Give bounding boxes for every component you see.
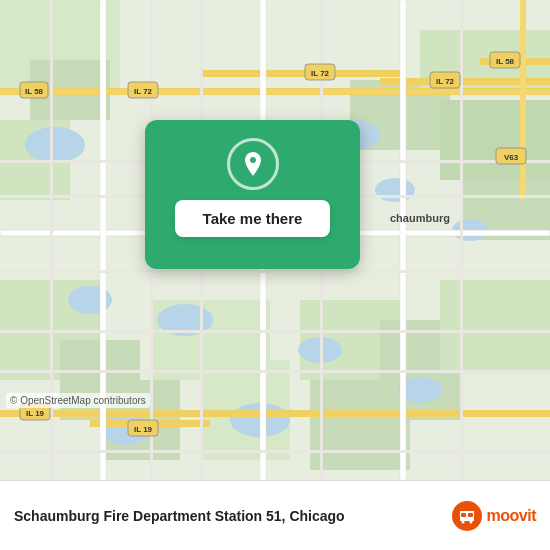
location-pin-icon xyxy=(239,150,267,178)
svg-text:IL 72: IL 72 xyxy=(134,87,153,96)
svg-rect-41 xyxy=(0,270,550,273)
svg-rect-13 xyxy=(440,280,550,370)
moovit-icon xyxy=(451,500,483,532)
svg-rect-28 xyxy=(0,89,550,94)
svg-rect-70 xyxy=(461,513,466,517)
svg-text:IL 19: IL 19 xyxy=(134,425,153,434)
moovit-text: moovit xyxy=(487,507,536,525)
svg-rect-37 xyxy=(400,0,406,480)
svg-text:IL 72: IL 72 xyxy=(311,69,330,78)
svg-rect-45 xyxy=(50,0,53,480)
svg-rect-38 xyxy=(520,0,526,200)
svg-rect-43 xyxy=(0,370,550,373)
svg-text:V63: V63 xyxy=(504,153,519,162)
svg-point-73 xyxy=(469,520,472,523)
svg-rect-42 xyxy=(0,330,550,333)
svg-point-17 xyxy=(25,127,85,163)
popup-pointer xyxy=(239,251,267,269)
svg-rect-16 xyxy=(310,380,410,470)
map-attribution: © OpenStreetMap contributors xyxy=(6,393,150,408)
svg-rect-71 xyxy=(468,513,473,517)
popup-card: Take me there xyxy=(145,120,360,269)
svg-rect-33 xyxy=(0,410,550,417)
bottom-bar: Schaumburg Fire Department Station 51, C… xyxy=(0,480,550,550)
svg-rect-6 xyxy=(440,100,550,180)
svg-point-21 xyxy=(375,178,415,202)
svg-text:IL 19: IL 19 xyxy=(26,409,45,418)
svg-rect-35 xyxy=(100,0,106,480)
svg-text:IL 72: IL 72 xyxy=(436,77,455,86)
take-me-there-button[interactable]: Take me there xyxy=(175,200,331,237)
svg-rect-49 xyxy=(460,0,463,480)
svg-text:IL 58: IL 58 xyxy=(25,87,44,96)
place-name: Schaumburg Fire Department Station 51, C… xyxy=(14,508,441,524)
popup-icon-circle xyxy=(227,138,279,190)
svg-text:chaumburg: chaumburg xyxy=(390,212,450,224)
moovit-logo: moovit xyxy=(451,500,536,532)
svg-text:IL 58: IL 58 xyxy=(496,57,515,66)
svg-rect-44 xyxy=(0,450,550,453)
svg-rect-29 xyxy=(200,70,400,77)
svg-point-72 xyxy=(461,520,464,523)
map-container: IL 58 IL 72 IL 72 IL 58 IL 72 V63 IL 19 … xyxy=(0,0,550,480)
